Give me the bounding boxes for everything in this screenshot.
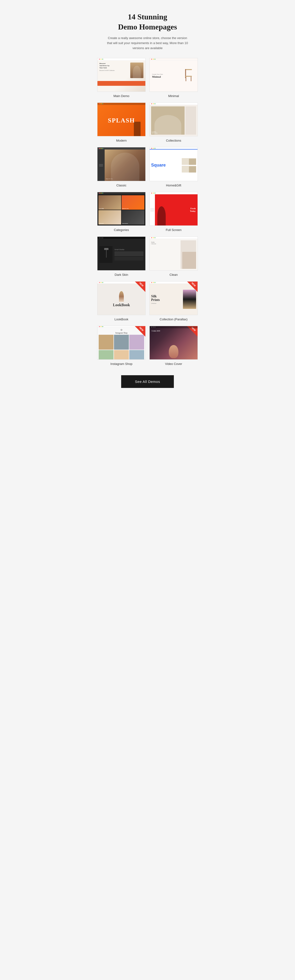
classic-left-panel xyxy=(97,150,105,181)
demo-thumbnail-darkskin: Small Shelter xyxy=(97,237,146,270)
fullscreen-left-nav xyxy=(150,194,155,226)
instagram-title: Instagram Shop xyxy=(116,332,127,334)
demo-thumbnail-fullscreen: FreshToday xyxy=(149,192,198,226)
demo-label-modern: Modern xyxy=(116,139,127,142)
demo-item-minimal[interactable]: Create Your Own Minimal xyxy=(149,58,198,98)
demo-item-fullscreen[interactable]: FreshToday Full Screen xyxy=(149,192,198,232)
demo-item-homegift[interactable]: Square Home&Gift xyxy=(149,147,198,187)
demo-item-categories[interactable]: Core 2018 Made For You Collection Access… xyxy=(97,192,146,232)
demo-label-parallax: Collection (Parallax) xyxy=(160,318,187,321)
demo-item-parallax[interactable]: NEW SilkPrints Collection Collection (Pa… xyxy=(149,281,198,321)
demo-item-darkskin[interactable]: Small Shelter Dark Skin xyxy=(97,237,146,276)
demo-thumbnail-lookbook: NEW LookBook xyxy=(97,281,146,315)
demo-label-darkskin: Dark Skin xyxy=(115,273,128,277)
page-title: 14 StunningDemo Homepages xyxy=(97,12,198,32)
homegift-right-side xyxy=(182,158,196,172)
demo-item-classic[interactable]: Made For You Classic xyxy=(97,147,146,187)
demo-thumbnail-instagram: NEW ⊙ Instagram Shop xyxy=(97,326,146,360)
demo-item-lookbook[interactable]: NEW LookBook LookBook xyxy=(97,281,146,321)
demo-thumbnail-video: NEW Cruise 2019 xyxy=(149,326,198,360)
demo-item-modern[interactable]: SPLASH Modern xyxy=(97,103,146,142)
demo-thumbnail-collections: LOOKSWE LOVE xyxy=(149,103,198,136)
demo-item-main-demo[interactable]: DiscoverAnd Dress UpYour Style Discover … xyxy=(97,58,146,98)
demo-thumbnail-clean: SundayCollection xyxy=(149,237,198,270)
demo-thumbnail-categories: Core 2018 Made For You Collection Access… xyxy=(97,192,146,226)
main-demo-image xyxy=(130,62,143,78)
demo-label-fullscreen: Full Screen xyxy=(166,228,181,232)
classic-main-img: Made For You xyxy=(105,150,145,181)
fullscreen-main-img: FreshToday xyxy=(155,194,198,226)
main-demo-title: DiscoverAnd Dress UpYour Style xyxy=(99,62,129,69)
demo-label-classic: Classic xyxy=(116,183,127,187)
video-cruise-text: Cruise 2019 xyxy=(152,330,160,332)
svg-rect-0 xyxy=(185,69,192,70)
demo-label-main-demo: Main Demo xyxy=(114,94,129,98)
lookbook-model xyxy=(119,291,124,302)
collections-shoes xyxy=(186,107,196,135)
minimal-chair xyxy=(179,67,195,85)
darkskin-text: Small Shelter xyxy=(114,249,143,261)
darkskin-lamp xyxy=(99,246,113,263)
demo-thumbnail-minimal: Create Your Own Minimal xyxy=(149,58,198,92)
demo-label-video: Video Cover xyxy=(165,362,182,366)
demo-item-instagram[interactable]: NEW ⊙ Instagram Shop xyxy=(97,326,146,366)
demo-label-categories: Categories xyxy=(114,228,129,232)
clean-img xyxy=(181,240,196,269)
demo-label-homegift: Home&Gift xyxy=(166,183,181,187)
demo-label-collections: Collections xyxy=(166,139,181,142)
page-description: Create a really awesome online store, ch… xyxy=(107,36,188,51)
instagram-logo-icon: ⊙ xyxy=(121,328,122,331)
demo-item-video[interactable]: NEW Cruise 2019 Video Cover xyxy=(149,326,198,366)
parallax-model xyxy=(183,290,196,309)
demo-label-clean: Clean xyxy=(170,273,178,277)
demo-item-collections[interactable]: LOOKSWE LOVE Collections xyxy=(149,103,198,142)
demo-item-clean[interactable]: SundayCollection Clean xyxy=(149,237,198,276)
video-face xyxy=(169,345,178,358)
header-section: 14 StunningDemo Homepages Create a reall… xyxy=(97,12,198,51)
minimal-heading: Minimal xyxy=(152,75,179,78)
lookbook-title: LookBook xyxy=(113,303,130,307)
demo-thumbnail-homegift: Square xyxy=(149,147,198,181)
demo-label-minimal: Minimal xyxy=(168,94,179,98)
fresh-today-text: FreshToday xyxy=(190,207,196,213)
svg-rect-2 xyxy=(185,76,192,77)
svg-rect-3 xyxy=(186,77,186,81)
demo-label-lookbook: LookBook xyxy=(114,318,128,321)
demos-grid: DiscoverAnd Dress UpYour Style Discover … xyxy=(97,58,198,366)
page-container: 14 StunningDemo Homepages Create a reall… xyxy=(90,0,205,980)
demo-thumbnail-classic: Made For You xyxy=(97,147,146,181)
demo-thumbnail-modern: SPLASH xyxy=(97,103,146,136)
instagram-grid xyxy=(99,335,144,360)
modern-splash-text: SPLASH xyxy=(108,117,135,124)
minimal-label: Create Your Own xyxy=(152,73,179,75)
svg-rect-4 xyxy=(191,77,192,81)
demo-thumbnail-parallax: NEW SilkPrints Collection xyxy=(149,281,198,315)
main-demo-bar xyxy=(97,81,145,86)
main-demo-sub: Discover On Wi Fi Collection xyxy=(99,70,129,71)
see-all-demos-button[interactable]: See All Demos xyxy=(121,375,174,388)
collections-main-img: LOOKSWE LOVE xyxy=(151,107,185,135)
homegift-square-text: Square xyxy=(151,163,180,168)
clean-sunday-text: SundayCollection xyxy=(151,241,179,245)
parallax-silk-text: SilkPrints xyxy=(151,294,181,302)
demo-thumbnail-main-demo: DiscoverAnd Dress UpYour Style Discover … xyxy=(97,58,146,92)
demo-label-instagram: Instagram Shop xyxy=(110,362,132,366)
